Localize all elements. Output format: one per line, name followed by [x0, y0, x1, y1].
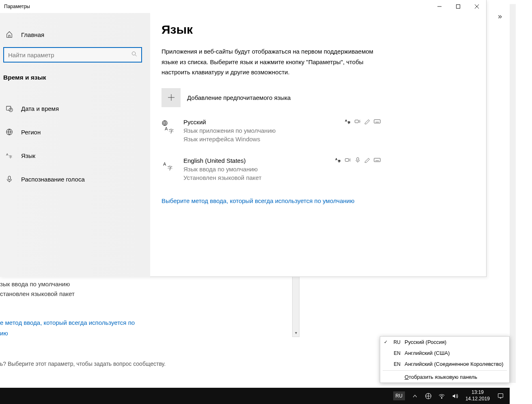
- background-text: зык ввода по умолчанию: [0, 279, 298, 289]
- svg-text:字: 字: [338, 160, 340, 162]
- sidebar: Главная Время и язык Дата и время Регион…: [0, 13, 150, 277]
- language-meta: Язык ввода по умолчанию: [183, 166, 327, 173]
- svg-text:A: A: [165, 126, 168, 131]
- show-language-bar[interactable]: Отобразить языковую панель: [380, 372, 509, 382]
- language-option-name: Английский (Соединенное Королевство): [405, 361, 504, 367]
- background-text: становлен языковой пакет: [0, 289, 298, 299]
- language-glyph-icon: A 字: [162, 157, 175, 173]
- sidebar-category: Время и язык: [0, 66, 150, 90]
- add-language-label: Добавление предпочитаемого языка: [187, 94, 291, 101]
- language-option-name: Русский (Россия): [405, 339, 446, 345]
- language-meta: Установлен языковой пакет: [183, 174, 327, 181]
- language-row[interactable]: A 字 Русский Язык приложения по умолчанию…: [162, 119, 381, 143]
- tray-wifi-icon[interactable]: [435, 388, 448, 404]
- check-icon: ✓: [383, 339, 388, 345]
- language-code: EN: [392, 350, 401, 356]
- tray-notifications-icon[interactable]: [494, 388, 507, 404]
- svg-text:字: 字: [169, 128, 174, 134]
- add-language-button[interactable]: Добавление предпочитаемого языка: [162, 88, 478, 107]
- svg-rect-1: [457, 5, 460, 9]
- language-code: RU: [392, 339, 401, 345]
- language-feature-icons: A字: [335, 157, 381, 163]
- taskbar: RU 13:19 14.12.2019: [0, 388, 510, 404]
- language-switcher-popup: ✓ RU Русский (Россия) EN Английский (США…: [380, 336, 510, 383]
- language-option[interactable]: EN Английский (Соединенное Королевство): [380, 359, 509, 369]
- window-title: Параметры: [4, 4, 30, 9]
- language-name: Русский: [183, 119, 336, 125]
- sidebar-item-label: Дата и время: [21, 105, 59, 112]
- svg-rect-11: [8, 176, 10, 180]
- titlebar: Параметры: [0, 0, 486, 13]
- main-content: Язык Приложения и веб-сайты будут отобра…: [162, 23, 478, 277]
- svg-line-5: [135, 55, 137, 56]
- overflow-chevron-icon[interactable]: »: [498, 12, 502, 21]
- home-icon: [6, 31, 13, 38]
- language-feature-icons: A字: [345, 119, 381, 124]
- svg-text:字: 字: [9, 155, 12, 159]
- svg-rect-33: [374, 158, 380, 162]
- svg-rect-19: [355, 120, 359, 123]
- default-input-method-link[interactable]: Выберите метод ввода, который всегда исп…: [162, 196, 373, 206]
- page-scrollbar[interactable]: [510, 4, 516, 383]
- tray-language[interactable]: RU: [390, 388, 408, 404]
- svg-point-4: [132, 52, 135, 55]
- svg-text:字: 字: [348, 121, 350, 124]
- language-code: EN: [392, 361, 401, 367]
- sidebar-item-label: Язык: [21, 152, 35, 159]
- page-heading: Язык: [162, 23, 478, 37]
- language-row[interactable]: A 字 English (United States) Язык ввода п…: [162, 157, 381, 181]
- sidebar-home-label: Главная: [21, 31, 44, 38]
- svg-text:A: A: [336, 158, 337, 160]
- language-option[interactable]: ✓ RU Русский (Россия): [380, 337, 509, 348]
- sidebar-item-label: Регион: [21, 129, 41, 136]
- sidebar-item-speech[interactable]: Распознавание голоса: [0, 170, 150, 188]
- language-glyph-icon: A 字: [162, 119, 175, 135]
- language-option[interactable]: EN Английский (США): [380, 348, 509, 359]
- sidebar-home[interactable]: Главная: [0, 25, 150, 44]
- globe-icon: [6, 128, 13, 136]
- microphone-icon: [6, 175, 13, 183]
- search-box[interactable]: [3, 47, 142, 63]
- svg-text:A: A: [6, 153, 9, 156]
- tray-volume-icon[interactable]: [449, 388, 461, 404]
- minimize-button[interactable]: [430, 0, 449, 13]
- svg-rect-32: [357, 158, 359, 160]
- plus-icon: [162, 88, 181, 107]
- background-link[interactable]: е метод ввода, который всегда использует…: [0, 318, 298, 338]
- calendar-clock-icon: [6, 105, 13, 112]
- tray-clock[interactable]: 13:19 14.12.2019: [462, 389, 493, 402]
- language-meta: Язык интерфейса Windows: [183, 136, 336, 143]
- page-description: Приложения и веб-сайты будут отображатьс…: [162, 46, 380, 78]
- svg-text:字: 字: [168, 165, 172, 171]
- language-icon: A字: [6, 152, 13, 159]
- svg-rect-20: [374, 119, 380, 123]
- tray-network-icon[interactable]: [422, 388, 435, 404]
- language-name: English (United States): [183, 157, 327, 164]
- close-button[interactable]: [467, 0, 486, 13]
- svg-rect-42: [498, 393, 503, 397]
- language-option-name: Английский (США): [405, 350, 450, 356]
- maximize-button[interactable]: [449, 0, 467, 13]
- background-help-text: ь? Выберите этот параметр, чтобы задать …: [0, 361, 166, 367]
- sidebar-item-region[interactable]: Регион: [0, 123, 150, 141]
- sidebar-item-datetime[interactable]: Дата и время: [0, 99, 150, 118]
- svg-text:A: A: [163, 162, 166, 166]
- settings-window: Параметры Главная Время и язык Дата и вр…: [0, 0, 487, 277]
- svg-text:A: A: [345, 119, 347, 122]
- language-meta: Язык приложения по умолчанию: [183, 127, 336, 134]
- sidebar-item-language[interactable]: A字 Язык: [0, 146, 150, 165]
- search-icon: [131, 51, 137, 58]
- tray-chevron-up-icon[interactable]: [409, 388, 421, 404]
- search-input[interactable]: [8, 52, 131, 58]
- svg-point-41: [442, 398, 442, 398]
- svg-rect-31: [345, 158, 349, 161]
- sidebar-item-label: Распознавание голоса: [21, 176, 85, 183]
